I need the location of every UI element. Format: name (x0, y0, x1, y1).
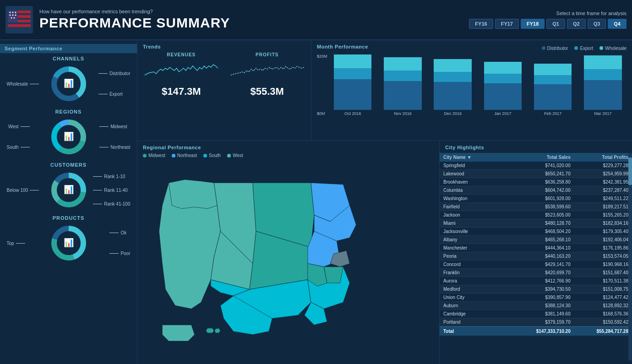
svg-text:📊: 📊 (64, 185, 74, 195)
q3-button[interactable]: Q3 (588, 19, 606, 29)
customers-section: CUSTOMERS Below 100 📊 (0, 159, 137, 212)
city-row: Springfield $741,020.00 $229,277.28 (440, 162, 632, 170)
q4-button[interactable]: Q4 (608, 19, 627, 29)
customers-legend-rank41-100: Rank 41-100 (93, 201, 130, 206)
channels-legend-export: Export (98, 92, 123, 97)
regions-legend-south: South (7, 145, 30, 150)
svg-point-10 (12, 15, 14, 16)
customers-legend-rank11-40: Rank 11-40 (93, 188, 128, 193)
bottom-center: Regional Performance Midwest Northeast S… (137, 141, 632, 364)
svg-point-11 (15, 15, 16, 16)
scrollbar-thumb[interactable] (628, 158, 632, 185)
legend-south: South (203, 153, 221, 158)
products-legend-ok: Ok (109, 230, 126, 235)
col-profits: Total Profits (571, 155, 628, 160)
sidebar: Segment Performance CHANNELS Wholesale (0, 40, 137, 364)
city-total-row: Total $147,333,710.20 $55,284,717.28 (440, 326, 632, 336)
products-legend-poor: Poor (109, 251, 130, 256)
timeframe-selector: Select a time frame for analysis FY16 FY… (469, 11, 627, 29)
timeframe-buttons: FY16 FY17 FY18 Q1 Q2 Q3 Q4 (469, 19, 627, 29)
regions-legend-northeast: Northeast (99, 145, 130, 150)
products-legend-top: Top (7, 241, 25, 246)
segment-title: Segment Performance (0, 44, 137, 53)
city-row: Jackson $523,605.00 $155,265.20 (440, 211, 632, 219)
city-highlights-title: City Highlights (440, 145, 632, 153)
month-title: Month Performance (317, 44, 368, 49)
regions-legend-midwest: Midwest (99, 124, 127, 129)
customers-label: CUSTOMERS (50, 162, 87, 168)
products-label: PRODUCTS (53, 215, 85, 221)
channels-legend-wholesale: Wholesale (7, 81, 39, 87)
profits-label: PROFITS (256, 52, 278, 57)
city-row: Manchester $444,364.10 $176,195.86 (440, 244, 632, 252)
svg-rect-4 (8, 24, 31, 27)
regions-donut[interactable]: 📊 (48, 116, 89, 158)
trends-content: REVENUES $147.3M PROFITS $55.3M (143, 52, 305, 98)
timeframe-label: Select a time frame for analysis (556, 11, 627, 16)
revenues-trend: REVENUES $147.3M (143, 52, 220, 98)
regional-panel: Regional Performance Midwest Northeast S… (137, 141, 440, 364)
city-row: Fairfield $538,599.60 $189,217.51 (440, 203, 632, 211)
city-row: Concord $429,141.70 $190,968.16 (440, 261, 632, 269)
customers-legend-rank1-10: Rank 1-10 (93, 174, 125, 179)
channels-section: CHANNELS Wholesale 📊 (0, 53, 137, 106)
legend-northeast: Northeast (172, 153, 197, 158)
city-row: Union City $390,857.90 $124,477.42 (440, 293, 632, 302)
q2-button[interactable]: Q2 (567, 19, 586, 29)
channels-label: CHANNELS (53, 56, 84, 61)
total-label: Total (443, 329, 513, 334)
y-label-20m: $20M (317, 54, 327, 59)
legend-west: West (227, 153, 243, 158)
legend-distributor: Distributor (542, 46, 568, 51)
city-row: Washington $601,928.00 $249,511.22 (440, 195, 632, 203)
city-row: Lakewood $650,241.70 $254,959.99 (440, 170, 632, 178)
regions-label: REGIONS (55, 109, 82, 114)
bar-jan2017: Jan 2017 (479, 54, 526, 116)
y-label-0m: $0M (317, 111, 327, 116)
main-content: Segment Performance CHANNELS Wholesale (0, 40, 632, 364)
q1-button[interactable]: Q1 (546, 19, 565, 29)
center-panel: Trends REVENUES $147.3M PROFITS (137, 40, 632, 364)
header: How have our performance metrics been tr… (0, 0, 632, 40)
scrollbar[interactable] (628, 153, 632, 360)
col-city: City Name ▼ (443, 155, 513, 160)
total-sales: $147,333,710.20 (513, 329, 571, 334)
channels-donut[interactable]: 📊 (48, 63, 89, 104)
city-row: Cambridge $381,149.60 $168,576.36 (440, 310, 632, 318)
svg-text:📊: 📊 (64, 238, 74, 248)
regional-title: Regional Performance (143, 145, 434, 150)
total-profits: $55,284,717.28 (571, 329, 628, 334)
city-row: Medford $394,730.50 $151,008.75 (440, 285, 632, 293)
month-performance-panel: Month Performance Distributor Export (311, 40, 632, 141)
profits-trend: PROFITS $55.3M (229, 52, 306, 98)
top-center: Trends REVENUES $147.3M PROFITS (137, 40, 632, 141)
svg-point-12 (11, 17, 12, 19)
svg-point-6 (10, 12, 11, 13)
city-row: Jacksonville $468,504.20 $179,305.40 (440, 228, 632, 236)
customers-donut[interactable]: 📊 (48, 169, 89, 211)
profits-sparkline (229, 59, 306, 82)
fy17-button[interactable]: FY17 (495, 19, 519, 29)
city-row: Albany $465,268.10 $192,406.04 (440, 236, 632, 244)
profits-value: $55.3M (251, 86, 284, 98)
fy18-button[interactable]: FY18 (521, 19, 545, 29)
col-sales: Total Sales (513, 155, 571, 160)
products-donut[interactable]: 📊 (48, 223, 89, 264)
header-title: PERFORMANCE SUMMARY (39, 15, 469, 31)
city-table-header: City Name ▼ Total Sales Total Profits (440, 153, 632, 162)
city-row: Miami $480,128.70 $182,834.16 (440, 219, 632, 228)
svg-text:📊: 📊 (64, 131, 74, 141)
bar-nov2016: Nov 2016 (379, 54, 426, 116)
us-map[interactable] (143, 161, 434, 353)
legend-wholesale: Wholesale (599, 46, 627, 51)
svg-point-8 (15, 12, 16, 13)
city-row: Columbia $604,742.00 $237,287.40 (440, 186, 632, 195)
city-row: Aurora $412,766.90 $170,511.38 (440, 277, 632, 285)
city-row: Brookhaven $636,258.80 $242,381.95 (440, 178, 632, 186)
fy16-button[interactable]: FY16 (469, 19, 493, 29)
city-table[interactable]: City Name ▼ Total Sales Total Profits Sp… (440, 153, 632, 360)
legend-export: Export (574, 46, 593, 51)
city-row: Portland $379,159.70 $150,592.42 (440, 318, 632, 326)
trends-title: Trends (143, 44, 305, 49)
revenues-label: REVENUES (167, 52, 196, 57)
